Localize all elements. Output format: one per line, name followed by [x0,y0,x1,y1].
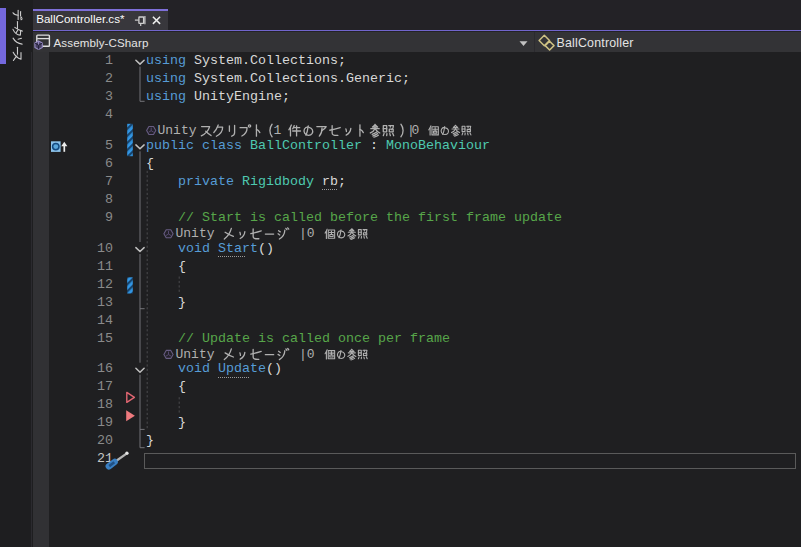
svg-text:Unity: Unity [176,347,215,362]
svg-text:0: 0 [412,123,420,138]
svg-text:Unity: Unity [158,123,197,138]
svg-text:Unity: Unity [176,226,215,241]
svg-text:1: 1 [274,123,282,138]
svg-text:|0: |0 [299,226,315,241]
svg-text:|0: |0 [299,347,315,362]
